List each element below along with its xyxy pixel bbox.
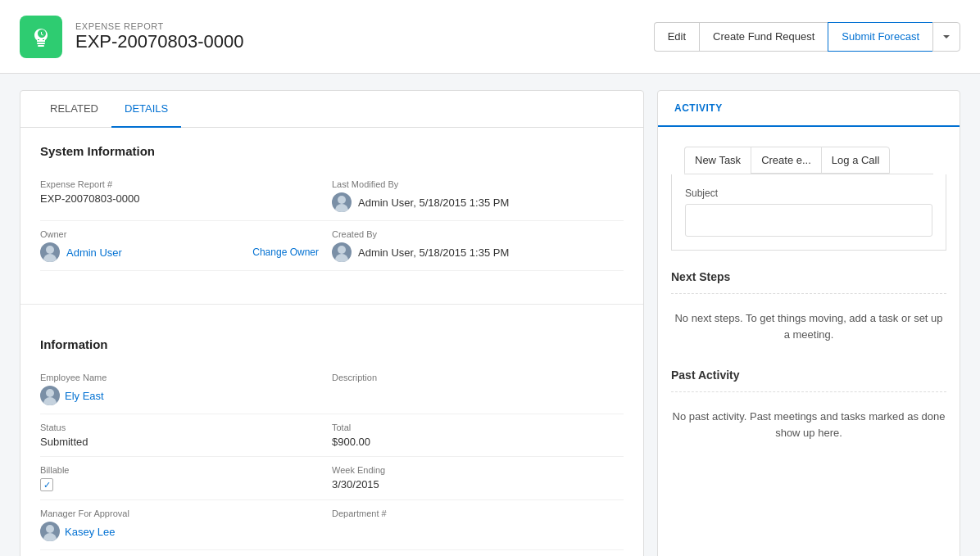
past-activity-empty: No past activity. Past meetings and task… bbox=[671, 402, 946, 447]
edit-button[interactable]: Edit bbox=[654, 22, 699, 52]
next-steps-title: Next Steps bbox=[671, 264, 946, 283]
tab-bar: RELATED DETAILS bbox=[20, 91, 643, 128]
owner-label: Owner bbox=[40, 229, 319, 239]
past-activity-divider bbox=[671, 391, 946, 392]
header-title: EXP-20070803-0000 bbox=[75, 31, 244, 52]
activity-tabs-container: New Task Create e... Log a Call bbox=[658, 127, 960, 174]
manager-avatar bbox=[40, 522, 60, 541]
left-panel: RELATED DETAILS System Information Expen… bbox=[20, 90, 644, 556]
activity-form: Subject bbox=[671, 174, 946, 251]
last-modified-label: Last Modified By bbox=[332, 179, 624, 189]
week-ending-field: Week Ending 3/30/2015 bbox=[332, 457, 624, 500]
information-fields: Employee Name Ely East Description Statu… bbox=[40, 364, 624, 550]
header-left: EXPENSE REPORT EXP-20070803-0000 bbox=[20, 16, 244, 58]
log-call-tab[interactable]: Log a Call bbox=[821, 147, 891, 174]
next-steps-empty: No next steps. To get things moving, add… bbox=[671, 304, 946, 349]
description-field: Description bbox=[332, 364, 624, 414]
subject-label: Subject bbox=[685, 188, 932, 199]
last-modified-text: Admin User, 5/18/2015 1:35 PM bbox=[358, 197, 509, 209]
create-fund-button[interactable]: Create Fund Request bbox=[699, 22, 828, 52]
past-activity-title: Past Activity bbox=[671, 362, 946, 382]
employee-name-value[interactable]: Ely East bbox=[40, 386, 319, 405]
past-activity-section: Past Activity No past activity. Past mee… bbox=[658, 362, 960, 460]
next-steps-section: Next Steps No next steps. To get things … bbox=[658, 264, 960, 362]
right-panel: ACTIVITY New Task Create e... Log a Call… bbox=[657, 90, 960, 556]
created-by-value: Admin User, 5/18/2015 1:35 PM bbox=[332, 242, 624, 262]
owner-avatar bbox=[40, 242, 60, 262]
section-divider bbox=[20, 304, 643, 305]
expense-report-label: Expense Report # bbox=[40, 179, 319, 189]
created-by-label: Created By bbox=[332, 229, 624, 239]
expense-report-icon bbox=[20, 16, 62, 58]
tab-details[interactable]: DETAILS bbox=[111, 91, 181, 128]
header-actions: Edit Create Fund Request Submit Forecast bbox=[654, 22, 960, 52]
activity-title: ACTIVITY bbox=[674, 102, 943, 114]
main-content: RELATED DETAILS System Information Expen… bbox=[0, 74, 980, 556]
create-event-tab[interactable]: Create e... bbox=[751, 147, 822, 174]
billable-row bbox=[40, 478, 319, 491]
manager-name-text: Kasey Lee bbox=[65, 526, 115, 538]
billable-checkbox[interactable] bbox=[40, 478, 53, 491]
status-label: Status bbox=[40, 423, 319, 432]
total-label: Total bbox=[332, 423, 624, 432]
last-modified-avatar bbox=[332, 192, 352, 212]
total-value: $900.00 bbox=[332, 436, 624, 448]
system-info-fields: Expense Report # EXP-20070803-0000 Last … bbox=[40, 171, 624, 271]
manager-label: Manager For Approval bbox=[40, 509, 319, 518]
svg-rect-1 bbox=[38, 45, 44, 47]
employee-avatar bbox=[40, 386, 60, 405]
activity-header: ACTIVITY bbox=[658, 91, 960, 127]
employee-name-label: Employee Name bbox=[40, 373, 319, 382]
week-ending-value: 3/30/2015 bbox=[332, 478, 624, 490]
page-header: EXPENSE REPORT EXP-20070803-0000 Edit Cr… bbox=[0, 0, 980, 74]
expense-report-field: Expense Report # EXP-20070803-0000 bbox=[40, 171, 332, 221]
tab-related[interactable]: RELATED bbox=[37, 91, 111, 128]
activity-tabs: New Task Create e... Log a Call bbox=[684, 147, 933, 174]
dropdown-button[interactable] bbox=[932, 22, 960, 52]
last-modified-value: Admin User, 5/18/2015 1:35 PM bbox=[332, 192, 624, 212]
billable-label: Billable bbox=[40, 465, 319, 475]
submit-forecast-button[interactable]: Submit Forecast bbox=[828, 22, 932, 52]
subject-input[interactable] bbox=[685, 204, 932, 237]
owner-row: Admin User Change Owner bbox=[40, 242, 319, 262]
last-modified-field: Last Modified By Admin User, 5/18/2015 1… bbox=[332, 171, 624, 221]
new-task-tab[interactable]: New Task bbox=[684, 147, 751, 174]
change-owner-link[interactable]: Change Owner bbox=[252, 246, 319, 258]
owner-value[interactable]: Admin User bbox=[66, 246, 122, 259]
created-by-field: Created By Admin User, 5/18/2015 1:35 PM bbox=[332, 221, 624, 271]
department-field: Department # bbox=[332, 500, 624, 550]
created-by-text: Admin User, 5/18/2015 1:35 PM bbox=[358, 246, 509, 259]
billable-field: Billable bbox=[40, 457, 332, 500]
expense-report-value: EXP-20070803-0000 bbox=[40, 192, 319, 205]
information-section: Information Employee Name Ely East Descr… bbox=[20, 321, 643, 556]
created-by-avatar bbox=[332, 242, 352, 262]
owner-field: Owner Admin User Change Owner bbox=[40, 221, 332, 271]
header-title-area: EXPENSE REPORT EXP-20070803-0000 bbox=[75, 21, 244, 52]
department-label: Department # bbox=[332, 509, 624, 518]
manager-value[interactable]: Kasey Lee bbox=[40, 522, 319, 541]
status-field: Status Submitted bbox=[40, 414, 332, 457]
system-info-title: System Information bbox=[40, 144, 624, 158]
system-information-section: System Information Expense Report # EXP-… bbox=[20, 128, 643, 287]
week-ending-label: Week Ending bbox=[332, 465, 624, 475]
employee-name-field: Employee Name Ely East bbox=[40, 364, 332, 414]
svg-rect-0 bbox=[37, 43, 45, 44]
total-field: Total $900.00 bbox=[332, 414, 624, 457]
status-value: Submitted bbox=[40, 436, 319, 448]
next-steps-divider bbox=[671, 293, 946, 294]
information-title: Information bbox=[40, 337, 624, 351]
description-label: Description bbox=[332, 373, 624, 382]
employee-name-text: Ely East bbox=[65, 390, 104, 402]
header-label: EXPENSE REPORT bbox=[75, 21, 244, 31]
manager-field: Manager For Approval Kasey Lee bbox=[40, 500, 332, 550]
